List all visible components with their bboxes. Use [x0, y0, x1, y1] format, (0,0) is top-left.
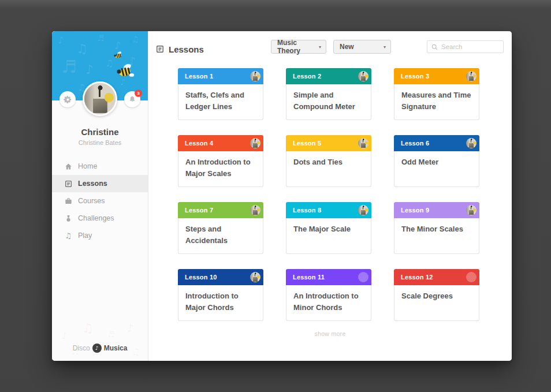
lesson-avatar — [466, 71, 476, 81]
lesson-card[interactable]: Lesson 1 Staffs, Clefs and Ledger Lines — [178, 68, 263, 120]
lesson-card-header: Lesson 1 — [178, 68, 263, 84]
lesson-title: Introduction to Major Chords — [178, 285, 263, 321]
lesson-avatar — [250, 205, 260, 215]
lesson-number-label: Lesson 5 — [293, 140, 321, 147]
sidebar-footer: ♪ ♫ ♬ ♪ ♬ ♫ Disco ♪ Musica — [52, 323, 148, 361]
lesson-card[interactable]: Lesson 2 Simple and Compound Meter — [286, 68, 371, 120]
lesson-card-header: Lesson 11 — [286, 269, 371, 285]
lesson-number-label: Lesson 1 — [185, 73, 213, 80]
lesson-card[interactable]: Lesson 9 The Minor Scales — [394, 202, 479, 254]
lesson-number-label: Lesson 3 — [401, 73, 429, 80]
sidebar-item-label: Courses — [78, 197, 105, 205]
sidebar-item-courses[interactable]: Courses — [52, 192, 148, 210]
lesson-title: The Major Scale — [286, 218, 371, 254]
app-window: ♪ ♫ ♬ ♪ ♫ ♬ ♪ ♫ ♪ ♫ ♪ — [52, 31, 512, 361]
lesson-number-label: Lesson 4 — [185, 140, 213, 147]
lesson-avatar — [250, 71, 260, 81]
lesson-title: Staffs, Clefs and Ledger Lines — [178, 84, 263, 120]
lesson-number-label: Lesson 8 — [293, 207, 321, 214]
sidebar-item-lessons[interactable]: Lessons — [52, 175, 148, 192]
lesson-card[interactable]: Lesson 3 Measures and Time Signature — [394, 68, 479, 120]
lesson-title: Odd Meter — [394, 151, 479, 187]
chevron-down-icon: ▾ — [319, 44, 321, 50]
notification-count-badge: 3 — [135, 89, 142, 97]
sidebar-item-play[interactable]: ♫ Play — [52, 227, 148, 244]
lesson-avatar — [358, 138, 368, 148]
logo-text-musica: Musica — [104, 344, 128, 352]
lesson-card[interactable]: Lesson 6 Odd Meter — [394, 135, 479, 187]
lesson-card[interactable]: Lesson 11 An Introduction to Minor Chord… — [286, 269, 371, 321]
lesson-avatar — [250, 272, 260, 282]
lesson-title: Measures and Time Signature — [394, 84, 479, 120]
sidebar-item-label: Lessons — [78, 180, 107, 188]
lesson-title: Steps and Accidentals — [178, 218, 263, 254]
sidebar-item-label: Home — [78, 162, 97, 170]
lesson-card-header: Lesson 8 — [286, 202, 371, 218]
lesson-number-label: Lesson 7 — [185, 207, 213, 214]
briefcase-icon — [64, 197, 72, 205]
search-input[interactable] — [441, 43, 499, 50]
main-content: Lessons Music Theory ▾ New ▾ Lesson 1 — [148, 31, 512, 361]
music-note-icon: ♫ — [64, 232, 72, 240]
category-filter-value: Music Theory — [277, 39, 314, 55]
search-box[interactable] — [427, 40, 504, 53]
sidebar: ♪ ♫ ♬ ♪ ♫ ♬ ♪ ♫ ♪ ♫ ♪ — [52, 31, 148, 361]
bell-icon — [128, 95, 136, 103]
category-filter-dropdown[interactable]: Music Theory ▾ — [271, 40, 326, 54]
lessons-icon — [64, 180, 72, 188]
bee-illustration — [116, 62, 135, 78]
chevron-down-icon: ▾ — [384, 44, 386, 50]
lesson-title: Dots and Ties — [286, 151, 371, 187]
avatar-photo — [84, 83, 116, 114]
lesson-card-header: Lesson 10 — [178, 269, 263, 285]
page-title-label: Lessons — [169, 44, 204, 54]
lesson-avatar — [358, 272, 368, 282]
lesson-card-header: Lesson 3 — [394, 68, 479, 84]
lesson-avatar — [358, 71, 368, 81]
lesson-card-header: Lesson 12 — [394, 269, 479, 285]
medal-icon — [64, 214, 72, 222]
lessons-grid: Lesson 1 Staffs, Clefs and Ledger Lines … — [178, 68, 481, 321]
lesson-title: Scale Degrees — [394, 285, 479, 321]
show-more-link[interactable]: show more — [148, 330, 512, 337]
lesson-card[interactable]: Lesson 5 Dots and Ties — [286, 135, 371, 187]
disc-icon: ♪ — [92, 344, 102, 353]
page-title: Lessons — [156, 44, 204, 54]
notifications-button[interactable]: 3 — [124, 91, 140, 107]
lesson-number-label: Lesson 2 — [293, 73, 321, 80]
lesson-card[interactable]: Lesson 4 An Introduction to Major Scales — [178, 135, 263, 187]
lesson-card[interactable]: Lesson 12 Scale Degrees — [394, 269, 479, 321]
lesson-card-header: Lesson 9 — [394, 202, 479, 218]
sidebar-item-challenges[interactable]: Challenges — [52, 210, 148, 227]
lesson-title: The Minor Scales — [394, 218, 479, 254]
gear-icon — [64, 95, 72, 104]
profile-subtitle: Christine Bates — [52, 139, 148, 146]
lesson-card-header: Lesson 4 — [178, 135, 263, 151]
main-header: Lessons Music Theory ▾ New ▾ — [148, 31, 512, 67]
lesson-card-header: Lesson 7 — [178, 202, 263, 218]
lesson-avatar — [250, 138, 260, 148]
lesson-number-label: Lesson 6 — [401, 140, 429, 147]
lesson-card[interactable]: Lesson 10 Introduction to Major Chords — [178, 269, 263, 321]
lesson-title: An Introduction to Major Scales — [178, 151, 263, 187]
sort-filter-value: New — [340, 43, 354, 51]
lesson-card[interactable]: Lesson 8 The Major Scale — [286, 202, 371, 254]
lesson-avatar — [466, 205, 476, 215]
profile-avatar[interactable] — [83, 81, 117, 116]
lesson-title: Simple and Compound Meter — [286, 84, 371, 120]
lesson-card[interactable]: Lesson 7 Steps and Accidentals — [178, 202, 263, 254]
bee-illustration — [113, 51, 124, 59]
lesson-card-header: Lesson 6 — [394, 135, 479, 151]
lesson-avatar — [466, 272, 476, 282]
lesson-avatar — [466, 138, 476, 148]
home-icon — [64, 162, 72, 170]
settings-button[interactable] — [59, 91, 76, 107]
lesson-number-label: Lesson 10 — [185, 274, 217, 281]
sort-filter-dropdown[interactable]: New ▾ — [333, 40, 391, 54]
search-icon — [431, 44, 438, 50]
lesson-avatar — [358, 205, 368, 215]
lesson-card-header: Lesson 5 — [286, 135, 371, 151]
sidebar-item-home[interactable]: Home — [52, 158, 148, 175]
sidebar-item-label: Challenges — [78, 214, 114, 222]
app-logo: Disco ♪ Musica — [52, 344, 148, 353]
